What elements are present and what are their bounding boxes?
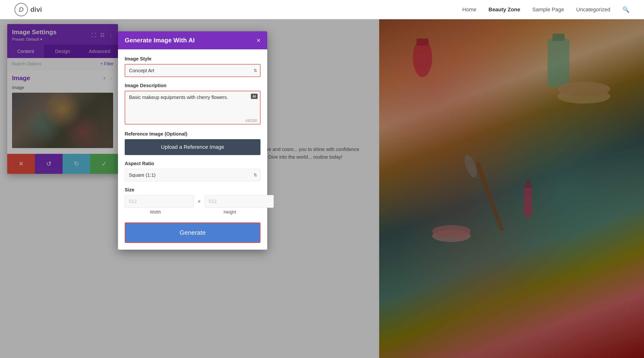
modal-overlay <box>0 19 644 358</box>
width-input[interactable] <box>125 195 194 208</box>
close-button[interactable]: × <box>257 37 260 44</box>
textarea-wrapper: Basic makeup equipments with cherry flow… <box>125 91 260 126</box>
generate-button[interactable]: Generate <box>125 222 260 243</box>
site-logo[interactable]: D divi <box>14 3 42 16</box>
modal-header: Generate Image With AI × <box>118 31 267 49</box>
ai-badge: AI <box>251 94 258 99</box>
description-textarea[interactable]: Basic makeup equipments with cherry flow… <box>125 91 260 124</box>
aspect-ratio-label: Aspect Ratio <box>125 161 260 166</box>
char-count: 44/200 <box>245 119 257 123</box>
reference-image-label: Reference Image (Optional) <box>125 131 260 137</box>
size-labels: Width Height <box>125 210 260 215</box>
reference-image-group: Reference Image (Optional) Upload a Refe… <box>125 131 260 155</box>
image-style-select-wrapper: Concept Art Photorealistic Anime Oil Pai… <box>125 64 260 77</box>
size-x-separator: × <box>198 198 201 205</box>
upload-reference-button[interactable]: Upload a Reference Image <box>125 139 260 155</box>
search-icon[interactable]: 🔍 <box>622 6 630 13</box>
aspect-ratio-select[interactable]: Square (1:1) Landscape (16:9) Portrait (… <box>125 169 260 181</box>
image-style-group: Image Style Concept Art Photorealistic A… <box>125 56 260 77</box>
image-description-group: Image Description Basic makeup equipment… <box>125 83 260 126</box>
size-group: Size × Width Height <box>125 187 260 215</box>
height-label: Height <box>199 210 260 215</box>
aspect-ratio-select-wrapper: Square (1:1) Landscape (16:9) Portrait (… <box>125 169 260 181</box>
height-input[interactable] <box>205 195 274 208</box>
width-label: Width <box>125 210 186 215</box>
nav-link-beauty-zone[interactable]: Beauty Zone <box>488 6 520 13</box>
size-row: × <box>125 195 260 208</box>
generate-image-modal: Generate Image With AI × Image Style Con… <box>118 31 267 250</box>
logo-text: divi <box>30 6 42 14</box>
size-label: Size <box>125 187 260 192</box>
x-spacer <box>186 210 199 215</box>
image-style-label: Image Style <box>125 56 260 62</box>
nav-link-uncategorized[interactable]: Uncategorized <box>576 6 610 13</box>
nav-link-sample-page[interactable]: Sample Page <box>532 6 564 13</box>
aspect-ratio-group: Aspect Ratio Square (1:1) Landscape (16:… <box>125 161 260 181</box>
modal-body: Image Style Concept Art Photorealistic A… <box>118 49 267 250</box>
top-navigation: D divi Home Beauty Zone Sample Page Unca… <box>0 0 644 19</box>
nav-links: Home Beauty Zone Sample Page Uncategoriz… <box>462 6 630 13</box>
modal-title: Generate Image With AI <box>125 36 195 44</box>
nav-link-home[interactable]: Home <box>462 6 476 13</box>
logo-icon: D <box>14 3 28 16</box>
image-style-select[interactable]: Concept Art Photorealistic Anime Oil Pai… <box>125 64 260 77</box>
main-content: Inclusive Beauty Solutions Welcome to Be… <box>0 19 644 358</box>
image-description-label: Image Description <box>125 83 260 88</box>
